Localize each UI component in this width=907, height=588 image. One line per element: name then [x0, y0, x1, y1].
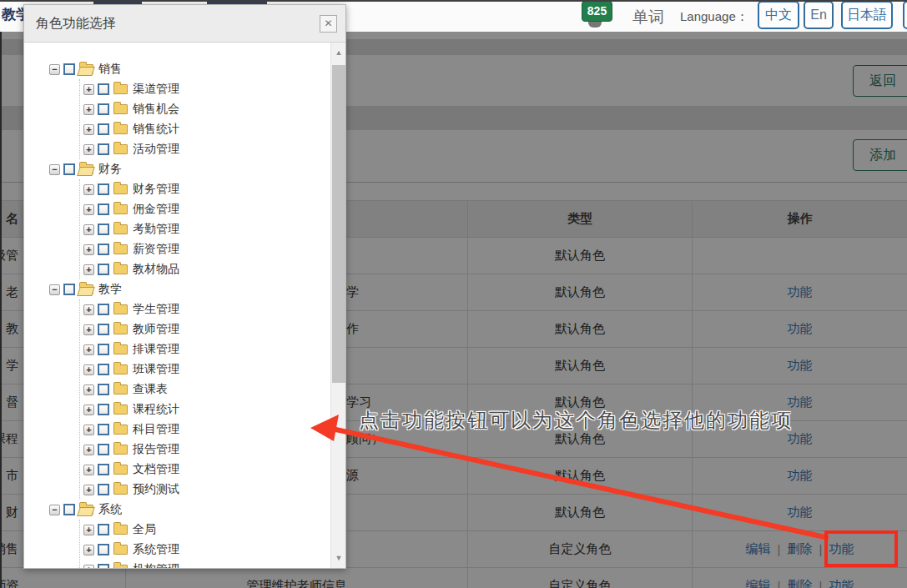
collapse-icon[interactable]: − — [49, 284, 60, 295]
checkbox[interactable] — [98, 364, 109, 375]
expand-icon[interactable]: + — [83, 344, 94, 355]
expand-icon[interactable]: + — [83, 405, 94, 415]
checkbox[interactable] — [98, 123, 109, 135]
tree-node: +查课表 — [83, 379, 330, 400]
tree-node-label[interactable]: 文档管理 — [133, 462, 179, 477]
checkbox[interactable] — [98, 204, 109, 215]
tree-node: +活动管理 — [83, 139, 330, 159]
expand-icon[interactable]: + — [83, 425, 94, 435]
tree-node-label[interactable]: 渠道管理 — [133, 82, 179, 97]
checkbox[interactable] — [63, 504, 75, 515]
window-top-edge — [0, 0, 907, 2]
expand-icon[interactable]: + — [83, 304, 94, 315]
expand-icon[interactable]: + — [83, 144, 94, 155]
folder-icon — [113, 465, 128, 475]
scroll-up-icon[interactable]: ▲ — [331, 44, 345, 61]
checkbox[interactable] — [98, 224, 109, 235]
checkbox[interactable] — [98, 103, 109, 115]
language-button-english[interactable]: En — [804, 1, 834, 29]
checkbox[interactable] — [63, 63, 75, 75]
checkbox[interactable] — [63, 284, 75, 295]
tree-node-label[interactable]: 课程统计 — [133, 402, 179, 417]
collapse-icon[interactable]: − — [49, 64, 60, 75]
checkbox[interactable] — [98, 324, 109, 335]
scrollbar-thumb[interactable] — [332, 65, 345, 383]
checkbox[interactable] — [98, 444, 109, 455]
expand-icon[interactable]: + — [83, 204, 94, 215]
checkbox[interactable] — [98, 143, 109, 155]
expand-icon[interactable]: + — [83, 124, 94, 135]
tree-node-label[interactable]: 系统管理 — [133, 542, 179, 557]
expand-icon[interactable]: + — [83, 264, 94, 275]
checkbox[interactable] — [98, 83, 109, 95]
checkbox[interactable] — [98, 484, 109, 495]
expand-icon[interactable]: + — [83, 84, 94, 95]
checkbox[interactable] — [98, 544, 109, 555]
tree-node-label[interactable]: 财务 — [98, 162, 122, 177]
expand-icon[interactable]: + — [83, 104, 94, 115]
tree-node-label[interactable]: 预约测试 — [133, 482, 179, 497]
checkbox[interactable] — [63, 163, 75, 175]
tree-node-label[interactable]: 财务管理 — [133, 182, 179, 197]
checkbox[interactable] — [98, 564, 109, 568]
tree-node-label[interactable]: 考勤管理 — [133, 222, 179, 237]
tree-node-label[interactable]: 排课管理 — [133, 342, 179, 357]
checkbox[interactable] — [98, 404, 109, 415]
tree-node-label[interactable]: 销售 — [98, 62, 122, 77]
checkbox[interactable] — [98, 244, 109, 255]
scrollbar[interactable]: ▲ ▼ — [330, 43, 345, 568]
checkbox[interactable] — [98, 304, 109, 315]
language-button-chinese[interactable]: 中文 — [758, 1, 799, 29]
checkbox[interactable] — [98, 264, 109, 275]
tree-node-label[interactable]: 销售统计 — [133, 122, 179, 137]
checkbox[interactable] — [98, 344, 109, 355]
checkbox[interactable] — [98, 384, 109, 395]
folder-icon — [113, 184, 128, 194]
collapse-icon[interactable]: − — [49, 164, 60, 175]
expand-icon[interactable]: + — [83, 224, 94, 235]
tree-node: +班课管理 — [83, 359, 330, 379]
tree-node-label[interactable]: 系统 — [98, 502, 122, 517]
tree-node-label[interactable]: 查课表 — [133, 382, 168, 397]
tree-node-label[interactable]: 机构管理 — [133, 562, 179, 568]
tree-node-label[interactable]: 班课管理 — [133, 362, 179, 377]
tree-node-label[interactable]: 报告管理 — [133, 442, 179, 457]
tree-node: +教材物品 — [83, 259, 330, 279]
tree-node-label[interactable]: 活动管理 — [133, 142, 179, 157]
close-icon[interactable]: ✕ — [320, 15, 337, 33]
tree-node-label[interactable]: 教学 — [98, 282, 122, 297]
function-tree: −销售+渠道管理+销售机会+销售统计+活动管理−财务+财务管理+佣金管理+考勤管… — [24, 43, 330, 568]
expand-icon[interactable]: + — [83, 244, 94, 255]
language-button-japanese[interactable]: 日本語 — [841, 1, 893, 29]
tree-node-label[interactable]: 全局 — [133, 522, 156, 537]
collapse-icon[interactable]: − — [49, 505, 60, 515]
expand-icon[interactable]: + — [83, 364, 94, 375]
checkbox[interactable] — [98, 464, 109, 475]
tree-node-label[interactable]: 教材物品 — [133, 262, 179, 277]
scroll-down-icon[interactable]: ▼ — [331, 550, 345, 566]
expand-icon[interactable]: + — [83, 445, 94, 455]
expand-icon[interactable]: + — [83, 525, 94, 535]
word-label[interactable]: 单词 — [632, 7, 664, 28]
tree-node-label[interactable]: 薪资管理 — [133, 242, 179, 257]
expand-icon[interactable]: + — [83, 184, 94, 195]
checkbox[interactable] — [98, 424, 109, 435]
folder-icon — [113, 84, 128, 94]
tree-node-label[interactable]: 佣金管理 — [133, 202, 179, 217]
tree-node-label[interactable]: 销售机会 — [133, 102, 179, 117]
checkbox[interactable] — [98, 183, 109, 195]
folder-icon — [113, 565, 128, 568]
expand-icon[interactable]: + — [83, 485, 94, 495]
expand-icon[interactable]: + — [83, 324, 94, 335]
expand-icon[interactable]: + — [83, 565, 94, 569]
tree-node-label[interactable]: 教师管理 — [133, 322, 179, 337]
tree-node-label[interactable]: 学生管理 — [133, 302, 179, 317]
tree-node: −教学 — [49, 279, 330, 299]
expand-icon[interactable]: + — [83, 384, 94, 395]
language-button-partial[interactable] — [903, 1, 907, 29]
expand-icon[interactable]: + — [83, 465, 94, 475]
checkbox[interactable] — [98, 524, 109, 535]
folder-icon — [113, 224, 128, 234]
expand-icon[interactable]: + — [83, 545, 94, 555]
tree-node-label[interactable]: 科目管理 — [133, 422, 179, 437]
